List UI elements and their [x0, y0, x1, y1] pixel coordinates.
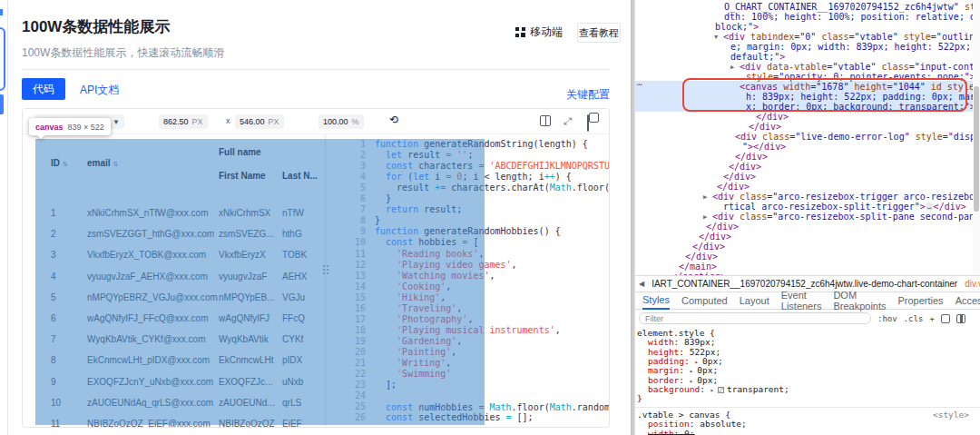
elements-tree[interactable]: ⋯ O_CHART_CONTAINER__1697020794152_zc6h4… [635, 0, 973, 275]
dom-tree-line[interactable]: "></div> [635, 142, 973, 152]
code-line[interactable]: 13 'Watching movies', [326, 271, 609, 282]
dom-tree-line[interactable]: </div> [635, 252, 973, 262]
height-input[interactable]: 546.00 PX [235, 114, 284, 129]
code-line[interactable]: 11 'Reading books', [326, 249, 609, 260]
dom-tree-line[interactable]: </div> [635, 162, 973, 172]
code-line[interactable]: 6 } [326, 193, 609, 204]
code-line[interactable]: 3 const characters = 'ABCDEFGHIJKLMNOPQR… [326, 161, 609, 172]
dom-tree-line[interactable]: </div> [635, 232, 973, 242]
code-line[interactable]: 4 for (let i = 0; i < length; i++) { [326, 172, 609, 183]
key-config-link[interactable]: 关键配置 [566, 87, 610, 103]
fullscreen-expand-icon[interactable]: ⤢ [564, 115, 574, 126]
dom-tree-line[interactable]: </div> [635, 112, 973, 122]
code-line[interactable]: 9function generateRandomHobbies() { [326, 226, 609, 237]
element-state-icon[interactable] [941, 314, 950, 323]
dom-tree-line[interactable]: ▶<div class="arco-resizebox-split-pane s… [635, 212, 973, 222]
rotate-screen-icon[interactable]: ⟲ [389, 114, 398, 126]
devtools-tab-styles[interactable]: Styles [642, 292, 670, 310]
copy-code-icon[interactable] [587, 115, 598, 126]
code-line[interactable]: 25 const numHobbies = Math.floor(Math.ra… [326, 401, 609, 412]
dom-tree-line[interactable]: </div> [635, 172, 973, 182]
dom-tree-line[interactable]: </div> [635, 242, 973, 252]
breadcrumb-div-vtable[interactable]: div.vtable [965, 279, 980, 289]
code-line[interactable]: 16 'Traveling', [326, 303, 609, 314]
devtools-tab-computed[interactable]: Computed [681, 292, 728, 310]
elements-scrollbar[interactable] [973, 0, 980, 275]
width-input[interactable]: 862.50 PX [159, 114, 208, 129]
column-header-id[interactable]: ID⇅ [51, 158, 68, 168]
toggle-hover-state[interactable]: :hov [877, 314, 897, 323]
dom-tree-line[interactable]: <canvas width="1678" height="1044" id st… [635, 82, 973, 92]
code-line[interactable]: 18 'Playing musical instruments', [326, 325, 609, 336]
zoom-input[interactable]: 100.00 % [318, 114, 364, 129]
tab-code[interactable]: 代码 [22, 78, 65, 100]
dom-tree-line[interactable]: x; border: 0px; background: transparent;… [635, 102, 973, 112]
dom-tree-line[interactable]: O_CHART_CONTAINER__1697020794152_zc6h4jw… [635, 2, 973, 12]
column-header-fullname[interactable]: Full name [219, 147, 261, 157]
code-line[interactable]: 21 'Writing', [326, 358, 609, 369]
dom-tree-line[interactable]: <div class="live-demo-error-log" style="… [635, 132, 973, 142]
style-declaration[interactable]: width: 0; [635, 430, 980, 435]
devtools-tab-event-listeners[interactable]: Event Listeners [781, 292, 822, 310]
styles-pane[interactable]: element.style {width: 839px;height: 522p… [635, 327, 980, 435]
view-tutorial-button[interactable]: 查看教程 [577, 23, 621, 43]
dom-tree-line[interactable]: default;"> [635, 52, 973, 62]
sort-icon[interactable]: ⇅ [63, 161, 68, 167]
table-row[interactable]: 1xNkiCrhmSX_nTfW@xxx.comxNkiCrhmSXnTfW [23, 186, 325, 207]
code-editor[interactable]: 1function generateRandomString(length) {… [326, 134, 609, 427]
devtools-tab-accessibility[interactable]: Accessibility [956, 292, 980, 310]
dom-tree-line[interactable]: ▼<div tabindex="0" class="vtable" style=… [635, 32, 973, 42]
dom-tree-line[interactable]: ▶<div data-vtable="vtable" class="input-… [635, 62, 973, 72]
table-row[interactable]: 5nMPQYpEBRZ_VGJu@xxx.comnMPQYpEB...VGJu [23, 271, 325, 292]
dom-tree-line[interactable]: ▶<div class="arco-resizebox-trigger arco… [635, 192, 973, 202]
scrollbar-thumb[interactable] [974, 86, 979, 212]
sort-icon[interactable]: ⇅ [113, 161, 119, 167]
dom-tree-line[interactable]: rtical arco-resizebox-split-trigger">…</… [635, 202, 973, 212]
dom-tree-line[interactable]: </div> [635, 122, 973, 132]
dom-tree-line[interactable]: block;"> [635, 22, 973, 32]
table-row[interactable]: 3VkxfbEryzX_TOBK@xxx.comVkxfbEryzXTOBK [23, 228, 325, 249]
sidebar-active-item-outline[interactable] [0, 27, 5, 91]
new-style-rule-icon[interactable]: + [929, 314, 934, 323]
code-line[interactable]: 22 'Swimming' [326, 369, 609, 380]
breadcrumb-left-arrow-icon[interactable]: ◀ [639, 280, 644, 288]
table-row[interactable]: 7WyqKbAVtik_CYKf@xxx.comWyqKbAVtikCYKf [23, 312, 325, 333]
styles-filter-input[interactable] [639, 312, 871, 324]
code-line[interactable]: 20 'Painting', [326, 347, 609, 358]
table-row[interactable]: 11NBIBZoOzQZ_EiEF@xxx.comNBIBZoOzQZEiEF [23, 397, 325, 418]
code-line[interactable]: 5 result += characters.charAt(Math.floor… [326, 183, 609, 193]
code-line[interactable]: 12 'Playing video games', [326, 260, 609, 271]
code-line[interactable]: 10 const hobbies = [ [326, 237, 609, 248]
table-row[interactable]: 9EXOQFZJcnY_uNxb@xxx.comEXOQFZJc...uNxb [23, 355, 325, 376]
mobile-preview-control[interactable]: 移动端 [515, 25, 563, 40]
table-row[interactable]: 10zAUOEUNdAq_qrLS@xxx.comzAUOEUNd...qrLS [23, 376, 325, 397]
code-line[interactable]: 24 [326, 391, 609, 401]
column-header-firstname[interactable]: First Name [219, 171, 266, 181]
dom-tree-line[interactable]: h: 839px; height: 522px; padding: 0px; m… [635, 92, 973, 102]
style-declaration[interactable]: background: ▸ transparent; [635, 385, 980, 394]
style-rule-close[interactable]: } [635, 394, 980, 403]
devtools-tab-layout[interactable]: Layout [740, 292, 769, 310]
tab-api-docs[interactable]: API文档 [80, 83, 119, 98]
breadcrumb-container[interactable]: IART_CONTAINER__1697020794152_zc6h4jwtw.… [652, 279, 957, 289]
code-line[interactable]: 15 'Hiking', [326, 292, 609, 303]
dom-tree-line[interactable]: e; margin: 0px; width: 839px; height: 52… [635, 42, 973, 52]
code-line[interactable]: 17 'Photography', [326, 314, 609, 325]
devtools-tab-properties[interactable]: Properties [897, 292, 943, 310]
code-line[interactable]: 2 let result = ''; [326, 150, 609, 161]
vtable-canvas[interactable]: ID⇅ email⇅ Full name First Name Last N..… [23, 134, 325, 427]
code-line[interactable]: 8} [326, 215, 609, 226]
dom-tree-line[interactable]: </div> [635, 152, 973, 162]
column-header-lastname[interactable]: Last N... [282, 171, 318, 181]
table-row[interactable]: 2zsmSVEZGGT_hthG@xxx.comzsmSVEZG...hthG [23, 207, 325, 228]
split-view-icon[interactable] [540, 115, 551, 126]
devtools-tab-dom-breakpoints[interactable]: DOM Breakpoints [833, 292, 886, 310]
computed-sidebar-toggle-icon[interactable] [956, 314, 965, 323]
code-line[interactable]: 19 'Gardening', [326, 336, 609, 347]
code-line[interactable]: 1function generateRandomString(length) { [326, 139, 609, 150]
code-line[interactable]: 23 ]; [326, 380, 609, 391]
dom-tree-line[interactable]: style="opacity: 0; pointer-events: none;… [635, 72, 973, 82]
code-line[interactable]: 26 const selectedHobbies = []; [326, 412, 609, 423]
table-row[interactable]: 8EkCnmcwLHt_pIDX@xxx.comEkCnmcwLHtpIDX [23, 333, 325, 354]
code-line[interactable]: 7 return result; [326, 204, 609, 215]
